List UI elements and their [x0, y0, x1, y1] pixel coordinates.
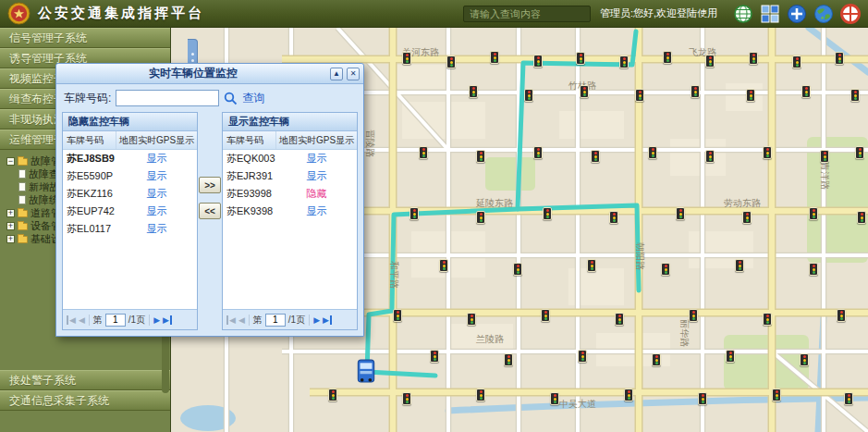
table-row[interactable]: 苏E93998隐藏: [223, 185, 357, 203]
page-number-input[interactable]: [105, 314, 126, 327]
traffic-light-icon[interactable]: [844, 392, 853, 405]
last-page-icon[interactable]: ▶: [163, 315, 172, 325]
sidebar-item-traffic-info[interactable]: 交通信息采集子系统: [0, 390, 170, 411]
traffic-light-icon[interactable]: [705, 55, 715, 68]
traffic-light-icon[interactable]: [742, 211, 752, 224]
traffic-light-icon[interactable]: [476, 211, 485, 224]
traffic-light-icon[interactable]: [580, 85, 589, 98]
prev-page-icon[interactable]: ◀: [79, 315, 85, 325]
search-icon[interactable]: [224, 92, 238, 105]
compass-icon[interactable]: [840, 4, 861, 24]
traffic-light-icon[interactable]: [850, 89, 860, 102]
traffic-light-icon[interactable]: [504, 353, 513, 366]
globe-icon[interactable]: [733, 4, 753, 24]
sidebar-item-signal[interactable]: 信号管理子系统: [0, 28, 170, 48]
traffic-light-icon[interactable]: [446, 56, 456, 68]
gps-toggle-link[interactable]: 显示: [116, 185, 197, 203]
traffic-light-icon[interactable]: [801, 85, 811, 98]
traffic-light-icon[interactable]: [576, 52, 585, 65]
traffic-light-icon[interactable]: [689, 309, 698, 322]
gps-toggle-link[interactable]: 显示: [116, 203, 197, 220]
traffic-light-icon[interactable]: [476, 150, 485, 163]
gps-toggle-link[interactable]: 显示: [276, 203, 357, 220]
traffic-light-icon[interactable]: [763, 146, 772, 159]
traffic-light-icon[interactable]: [543, 207, 552, 220]
table-row[interactable]: 苏EK9398显示: [223, 203, 357, 220]
table-row[interactable]: 苏EUP742显示: [63, 203, 197, 220]
traffic-light-icon[interactable]: [615, 313, 624, 326]
traffic-light-icon[interactable]: [402, 52, 411, 65]
traffic-light-icon[interactable]: [676, 207, 685, 220]
traffic-light-icon[interactable]: [541, 309, 550, 322]
traffic-light-icon[interactable]: [624, 389, 633, 401]
traffic-light-icon[interactable]: [648, 146, 657, 159]
table-row[interactable]: 苏E5590P显示: [63, 167, 197, 185]
query-button[interactable]: 查询: [242, 91, 264, 106]
collapse-expander-icon[interactable]: −: [6, 157, 15, 166]
traffic-light-icon[interactable]: [800, 353, 809, 366]
traffic-light-icon[interactable]: [726, 350, 735, 363]
traffic-light-icon[interactable]: [857, 211, 866, 224]
traffic-light-icon[interactable]: [469, 85, 478, 98]
traffic-light-icon[interactable]: [578, 350, 587, 363]
collapse-icon[interactable]: ▲: [330, 68, 343, 80]
first-page-icon[interactable]: ◀: [67, 315, 76, 325]
traffic-light-icon[interactable]: [430, 350, 439, 363]
traffic-light-icon[interactable]: [328, 389, 337, 401]
traffic-light-icon[interactable]: [835, 52, 844, 65]
gps-toggle-link[interactable]: 隐藏: [276, 185, 357, 203]
plate-number-input[interactable]: [116, 90, 219, 106]
traffic-light-icon[interactable]: [410, 207, 419, 220]
gps-toggle-link[interactable]: 显示: [116, 220, 197, 238]
traffic-light-icon[interactable]: [609, 211, 618, 224]
page-number-input[interactable]: [265, 314, 286, 327]
move-right-button[interactable]: >>: [199, 177, 221, 193]
traffic-light-icon[interactable]: [749, 52, 758, 65]
earth-icon[interactable]: [813, 4, 834, 24]
traffic-light-icon[interactable]: [663, 51, 672, 64]
traffic-light-icon[interactable]: [439, 259, 448, 272]
traffic-light-icon[interactable]: [705, 150, 715, 163]
traffic-light-icon[interactable]: [619, 56, 629, 68]
traffic-light-icon[interactable]: [467, 313, 476, 326]
traffic-light-icon[interactable]: [746, 89, 755, 102]
first-page-icon[interactable]: ◀: [226, 315, 236, 325]
traffic-light-icon[interactable]: [691, 85, 700, 98]
next-page-icon[interactable]: ▶: [153, 315, 160, 325]
traffic-light-icon[interactable]: [635, 89, 644, 102]
traffic-light-icon[interactable]: [533, 146, 543, 159]
gps-toggle-link[interactable]: 显示: [116, 150, 197, 167]
traffic-light-icon[interactable]: [419, 146, 428, 159]
traffic-light-icon[interactable]: [763, 313, 772, 326]
gps-toggle-link[interactable]: 显示: [116, 167, 197, 185]
expand-expander-icon[interactable]: +: [6, 222, 15, 230]
close-icon[interactable]: ✕: [347, 68, 360, 80]
traffic-light-icon[interactable]: [661, 263, 670, 276]
gps-toggle-link[interactable]: 显示: [276, 150, 357, 167]
table-row[interactable]: 苏EKZ116显示: [63, 185, 197, 203]
traffic-light-icon[interactable]: [820, 150, 829, 163]
gps-toggle-link[interactable]: 显示: [276, 167, 357, 185]
traffic-light-icon[interactable]: [792, 56, 801, 68]
table-row[interactable]: 苏EJR391显示: [223, 167, 357, 185]
traffic-light-icon[interactable]: [772, 389, 781, 401]
sidebar-item-alarm-dispatch[interactable]: 接处警子系统: [0, 370, 170, 390]
traffic-light-icon[interactable]: [809, 207, 818, 220]
traffic-light-icon[interactable]: [490, 51, 499, 64]
traffic-light-icon[interactable]: [402, 392, 411, 405]
next-page-icon[interactable]: ▶: [313, 315, 320, 325]
table-row[interactable]: 苏EQK003显示: [223, 150, 357, 167]
vehicle-marker[interactable]: [356, 359, 376, 383]
traffic-light-icon[interactable]: [533, 55, 543, 68]
plus-icon[interactable]: [787, 4, 807, 24]
grid-icon[interactable]: [760, 4, 780, 24]
last-page-icon[interactable]: ▶: [323, 315, 332, 325]
traffic-light-icon[interactable]: [652, 353, 661, 366]
traffic-light-icon[interactable]: [809, 263, 818, 276]
move-left-button[interactable]: <<: [199, 203, 221, 219]
traffic-light-icon[interactable]: [735, 259, 744, 272]
traffic-light-icon[interactable]: [587, 259, 596, 272]
traffic-light-icon[interactable]: [698, 392, 707, 405]
prev-page-icon[interactable]: ◀: [238, 315, 245, 325]
traffic-light-icon[interactable]: [550, 392, 559, 405]
